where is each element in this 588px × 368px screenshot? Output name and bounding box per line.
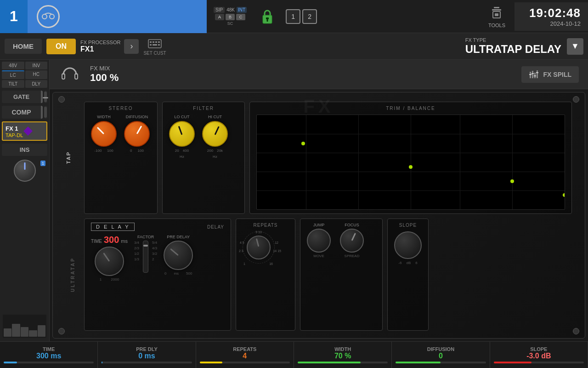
equalizer-icon <box>529 70 540 79</box>
num-btn-1[interactable]: 1 <box>286 9 300 24</box>
hicut-knob[interactable] <box>202 121 228 147</box>
factor-2: 2 <box>152 257 157 261</box>
trim-dot-3[interactable] <box>510 179 514 183</box>
slope-min: -6 <box>398 261 401 265</box>
focus-knob-indicator <box>351 233 356 241</box>
meter-bar-3 <box>21 327 28 337</box>
channel-icon <box>37 5 60 28</box>
diffusion-knob-indicator <box>136 126 142 134</box>
btn-lc[interactable]: LC <box>2 70 24 79</box>
meter-bar-5 <box>38 325 45 337</box>
level-badge: 1 <box>40 161 45 166</box>
btn-hc[interactable]: HC <box>25 70 48 79</box>
trim-graph[interactable] <box>256 115 565 210</box>
meter-bar-4 <box>29 330 37 337</box>
locut-knob-item: LO CUT 20 400 Hz <box>169 115 195 159</box>
time-max: 2000 <box>111 277 119 282</box>
lock-icon[interactable] <box>258 7 277 26</box>
focus-knob[interactable] <box>340 229 364 253</box>
time-knob[interactable] <box>95 247 124 276</box>
repeats-knob[interactable] <box>247 236 271 259</box>
level-knob[interactable] <box>14 160 36 182</box>
grid-v1 <box>306 115 306 209</box>
gate-slider[interactable] <box>44 91 47 103</box>
grid-v4 <box>460 115 460 209</box>
diffusion-min: 0 <box>130 149 132 153</box>
level-knob-area: 1 <box>2 160 47 182</box>
delay-title: DELAY <box>207 224 224 230</box>
top-bar: 1 SIP 48K INT A B C SC <box>0 0 588 33</box>
locut-knob[interactable] <box>169 121 195 147</box>
on-button[interactable]: ON <box>46 39 76 54</box>
gate-button[interactable]: GATE <box>2 91 43 103</box>
fx1-label: FX 1 <box>6 125 18 132</box>
factor-slider-area: 3/4 2/3 1/2 1/3 5/4 <box>134 241 157 273</box>
channel-number[interactable]: 1 <box>0 0 28 33</box>
grid-v3 <box>411 115 411 209</box>
slope-range: -6 dB 6 <box>398 261 417 265</box>
fx-type-dropdown[interactable]: ▼ <box>567 38 583 55</box>
set-cust-button[interactable]: SET CUST <box>143 37 166 56</box>
factor-item: FACTOR 3/4 2/3 1/2 1/3 <box>134 235 157 273</box>
tools-block[interactable]: TOOLS <box>479 5 514 28</box>
btn-inv[interactable]: INV <box>25 62 48 69</box>
num-btn-2[interactable]: 2 <box>302 9 317 24</box>
locut-label: LO CUT <box>174 115 189 119</box>
trim-dot-4[interactable] <box>563 193 565 197</box>
predelay-knob[interactable] <box>164 241 193 270</box>
predelay-max: 500 <box>186 271 192 276</box>
trim-dot-1[interactable] <box>301 142 305 145</box>
bottom-diffusion-label: DIFFUSION <box>427 346 454 352</box>
spread-label: SPREAD <box>345 254 360 258</box>
jump-knob[interactable] <box>307 229 331 253</box>
filter-title: FILTER <box>169 106 238 111</box>
svg-rect-15 <box>153 44 157 46</box>
trim-dot-2[interactable] <box>409 165 413 169</box>
home-button[interactable]: HOME <box>5 39 42 54</box>
bottom-slope-label: SLOPE <box>530 346 547 352</box>
btn-tilt[interactable]: TILT <box>2 80 24 88</box>
trim-section: TRIM / BALANCE <box>249 102 572 214</box>
badge-c: C <box>236 14 245 20</box>
width-knob[interactable] <box>91 121 117 147</box>
btn-dly[interactable]: DLY <box>25 80 48 88</box>
fx1-button[interactable]: FX 1 TAP-DL <box>2 121 47 141</box>
diamond-icon <box>23 126 33 136</box>
sc-label: SC <box>227 21 233 26</box>
time-knob-indicator <box>103 253 110 262</box>
clock-time: 19:02:48 <box>522 6 581 20</box>
content-area: FX MIX 100 % FX SPILL FX <box>50 60 588 341</box>
fxmix-title: FX MIX <box>90 65 119 72</box>
bottom-diffusion-fill <box>396 362 441 363</box>
fx-spill-button[interactable]: FX SPILL <box>521 66 579 83</box>
hicut-unit: Hz <box>213 155 217 159</box>
repeats-num-bottom: 16 <box>269 262 273 265</box>
next-arrow-button[interactable]: › <box>124 39 139 54</box>
btn-48v[interactable]: 48V <box>2 62 24 69</box>
repeats-knob-area: 9 10 12 14 15 16 1 2 3 4 5 <box>243 231 288 264</box>
bottom-repeats: REPEATS 4 <box>196 342 294 368</box>
comp-slider[interactable] <box>44 106 47 119</box>
time-label: TIME <box>91 239 102 244</box>
factor-slider[interactable] <box>143 241 148 273</box>
bottom-time-bar <box>4 362 94 363</box>
bottom-time-value: 300 ms <box>36 352 61 360</box>
factor-12: 1/2 <box>134 252 139 256</box>
factor-54: 5/4 <box>152 241 157 245</box>
fx-type-label: FX TYPE <box>465 37 561 43</box>
comp-button[interactable]: COMP <box>2 106 43 119</box>
delay-header: D E L A Y DELAY <box>91 223 224 231</box>
bottom-predly-value: 0 ms <box>138 352 155 360</box>
channel-strip[interactable] <box>28 0 207 33</box>
ins-button[interactable]: INS <box>2 144 47 156</box>
slope-knob[interactable] <box>394 231 422 259</box>
diffusion-knob[interactable] <box>124 121 150 147</box>
factor-34: 3/4 <box>134 241 139 245</box>
meter-bars <box>3 315 46 338</box>
repeats-knob-indicator <box>256 238 260 247</box>
slope-max: 6 <box>415 261 417 265</box>
svg-rect-25 <box>534 75 536 76</box>
side-panel: 48V INV LC HC TILT DLY GATE COMP <box>0 60 50 341</box>
svg-rect-6 <box>492 9 501 11</box>
clock-date: 2024-10-12 <box>522 20 581 27</box>
